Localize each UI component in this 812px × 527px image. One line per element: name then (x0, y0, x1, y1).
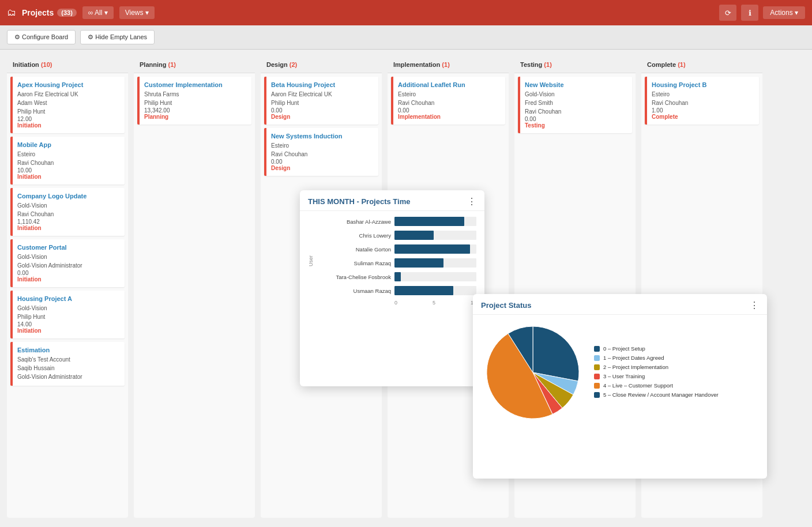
bar-chart-widget[interactable]: THIS MONTH - Projects Time ⋮ UserBashar … (300, 190, 484, 386)
kanban-card[interactable]: Housing Project BEsteiroRavi Chouhan1.00… (645, 77, 759, 125)
card-line2: Ravi Chouhan (398, 99, 501, 107)
card-stage: Initiation (17, 276, 120, 283)
card-line2: Gold-Vision Administrator (17, 261, 120, 270)
column-count: (1) (544, 61, 551, 68)
bar-chart-header: THIS MONTH - Projects Time ⋮ (300, 190, 484, 211)
refresh-btn[interactable]: ⟳ (719, 5, 736, 21)
card-stage: Testing (525, 122, 627, 129)
bar-fill (394, 231, 434, 240)
kanban-card[interactable]: Housing Project AGold-VisionPhilip Hunt1… (10, 291, 125, 338)
bar-chart-title: THIS MONTH - Projects Time (308, 197, 410, 206)
kanban-card[interactable]: New WebsiteGold-VisionFred SmithRavi Cho… (518, 77, 632, 133)
kanban-card[interactable]: Customer ImplementationShruta FarmsPhili… (137, 77, 251, 125)
card-stage: Complete (652, 114, 754, 120)
board-toolbar: ⚙ Configure Board ⚙ Hide Empty Lanes (0, 25, 812, 50)
kanban-card[interactable]: Beta Housing ProjectAaron Fitz Electrica… (264, 77, 378, 125)
card-stage: Implementation (398, 114, 501, 120)
card-line1: Gold-Vision (17, 304, 120, 313)
card-title: Additional Leaflet Run (398, 81, 501, 88)
bar-axis-x: 0510 (394, 300, 476, 306)
pie-chart-widget[interactable]: Project Status ⋮ 0 – Project Setup1 – Pr… (473, 294, 767, 479)
card-stage: Initiation (17, 122, 120, 129)
legend-label: 3 – User Training (603, 373, 645, 379)
legend-item: 4 – Live – Customer Support (594, 382, 759, 389)
card-line2: Fred Smith (525, 99, 627, 107)
card-line1: Shruta Farms (144, 90, 247, 99)
legend-dot (594, 355, 600, 361)
bar-row: Suliman Razaq (316, 258, 476, 268)
card-amount: 0.00 (17, 270, 120, 276)
legend-label: 5 – Close Review / Account Manager Hando… (603, 392, 719, 398)
top-navigation: 🗂 Projects (33) ∞ All ▾ Views ▾ ⟳ ℹ Acti… (0, 0, 812, 25)
card-amount: 0.00 (271, 107, 374, 114)
cards-area: Beta Housing ProjectAaron Fitz Electrica… (261, 73, 382, 179)
all-filter-btn[interactable]: ∞ All ▾ (82, 6, 114, 19)
card-line1: Saqib's Test Account (17, 355, 120, 364)
bar-chart-menu-btn[interactable]: ⋮ (467, 196, 476, 207)
kanban-card[interactable]: Customer PortalGold-VisionGold-Vision Ad… (10, 239, 125, 287)
column-header: Testing (1) (514, 57, 636, 73)
card-line1: Gold-Vision (17, 201, 120, 210)
bar-fill (394, 258, 443, 268)
bar-fill (394, 272, 401, 281)
kanban-card[interactable]: Company Logo UpdateGold-VisionRavi Chouh… (10, 188, 125, 236)
bar-row: Usmaan Razaq (316, 286, 476, 295)
card-line3: Gold-Vision Administrator (17, 372, 120, 381)
legend-item: 3 – User Training (594, 373, 759, 379)
kanban-card[interactable]: Additional Leaflet RunEsteiroRavi Chouha… (391, 77, 505, 125)
card-title: Customer Portal (17, 244, 120, 251)
actions-btn[interactable]: Actions ▾ (763, 6, 805, 19)
bar-label: Natalie Gorton (316, 246, 391, 253)
cards-area: Apex Housing ProjectAaron Fitz Electrica… (7, 73, 128, 389)
column-count: (1) (678, 61, 685, 68)
kanban-card[interactable]: EstimationSaqib's Test AccountSaqib Huss… (10, 342, 125, 386)
card-title: Mobile App (17, 141, 120, 148)
pie-segment (533, 326, 579, 381)
bar-label: Usmaan Razaq (316, 288, 391, 294)
card-title: Housing Project A (17, 295, 120, 302)
pie-chart-menu-btn[interactable]: ⋮ (750, 300, 759, 311)
kanban-card[interactable]: New Systems InductionEsteiroRavi Chouhan… (264, 128, 378, 176)
column-header: Complete (1) (641, 57, 762, 73)
column-title: Design (266, 61, 288, 68)
column-count: (2) (290, 61, 297, 68)
legend-label: 4 – Live – Customer Support (603, 382, 673, 389)
card-line1: Esteiro (17, 150, 120, 159)
kanban-card[interactable]: Mobile AppEsteiroRavi Chouhan10.00Initia… (10, 137, 125, 185)
legend-item: 5 – Close Review / Account Manager Hando… (594, 392, 759, 398)
card-line2: Philip Hunt (17, 313, 120, 321)
cards-area: Additional Leaflet RunEsteiroRavi Chouha… (388, 73, 509, 128)
pie-chart-svg (481, 321, 585, 424)
card-amount: 0.00 (271, 159, 374, 165)
card-title: Customer Implementation (144, 81, 247, 88)
legend-dot (594, 392, 600, 398)
column-header: Planning (1) (134, 57, 255, 73)
pie-chart-header: Project Status ⋮ (473, 294, 767, 315)
card-amount: 12.00 (17, 116, 120, 122)
views-btn[interactable]: Views ▾ (119, 6, 155, 19)
card-stage: Initiation (17, 328, 120, 334)
card-amount: 1.00 (652, 107, 754, 114)
kanban-card[interactable]: Apex Housing ProjectAaron Fitz Electrica… (10, 77, 125, 133)
hide-empty-lanes-btn[interactable]: ⚙ Hide Empty Lanes (80, 30, 155, 44)
card-amount: 13,342.00 (144, 107, 247, 114)
bar-label: Chris Lowery (316, 232, 391, 239)
legend-dot (594, 364, 600, 370)
card-line2: Philip Hunt (271, 99, 374, 107)
app-icon: 🗂 (7, 7, 16, 18)
card-title: New Website (525, 81, 627, 88)
bar-label: Bashar Al-Azzawe (316, 219, 391, 225)
pie-legend: 0 – Project Setup1 – Project Dates Agree… (594, 345, 759, 401)
configure-board-btn[interactable]: ⚙ Configure Board (7, 30, 76, 44)
bar-row: Bashar Al-Azzawe (316, 217, 476, 226)
app-title: Projects (33) (22, 8, 77, 17)
card-stage: Initiation (17, 174, 120, 180)
pie-svg-container (481, 321, 585, 426)
bar-chart-y-label: User (308, 255, 314, 266)
legend-dot (594, 383, 600, 389)
card-line2: Saqib Hussain (17, 364, 120, 372)
info-btn[interactable]: ℹ (741, 5, 758, 21)
card-stage: Initiation (17, 225, 120, 231)
card-line1: Aaron Fitz Electrical UK (17, 90, 120, 99)
legend-label: 0 – Project Setup (603, 345, 645, 352)
